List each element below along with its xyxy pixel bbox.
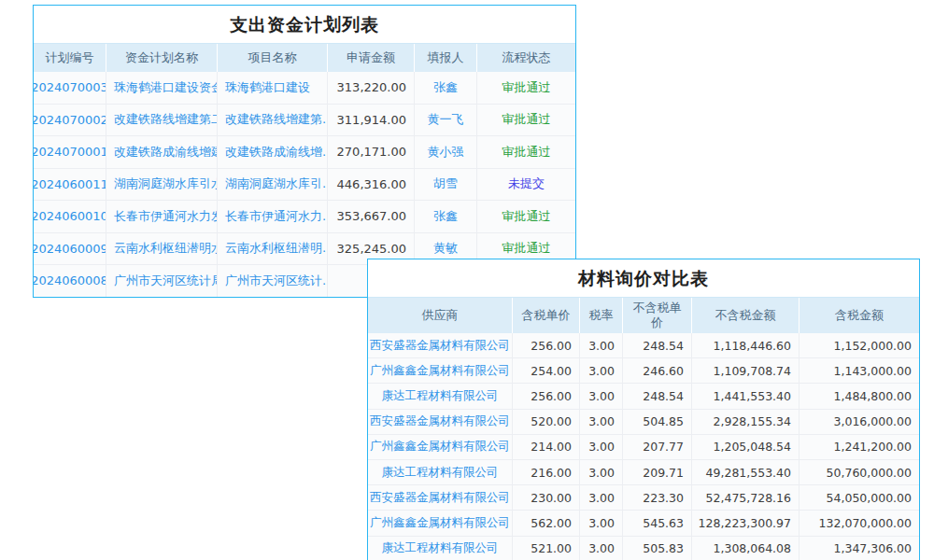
plan-id-cell[interactable]: 2024060011: [34, 169, 106, 201]
unit-price-no-tax-cell: 246.60: [623, 358, 692, 383]
supplier-cell[interactable]: 西安盛器金属材料有限公司: [368, 410, 513, 434]
table-row: 2024070002改建铁路线增建第二...改建铁路线增建第...311,914…: [34, 105, 575, 137]
column-header-label: 流程状态: [502, 50, 551, 65]
table-row: 康达工程材料有限公司256.003.00248.541,441,553.401,…: [368, 384, 919, 409]
unit-price-no-tax-cell: 504.85: [623, 410, 692, 434]
unit-price-with-tax-cell: 562.00: [513, 511, 580, 535]
plan-id-cell[interactable]: 2024070001: [34, 136, 106, 168]
column-header-label: 含税单价: [522, 308, 571, 323]
unit-price-no-tax-cell: 223.30: [623, 485, 692, 510]
supplier-cell[interactable]: 西安盛器金属材料有限公司: [368, 485, 513, 510]
plan-name-cell[interactable]: 广州市天河区统计局...: [106, 265, 218, 297]
column-header-unit_price_no_tax: 不含税单价: [623, 298, 692, 333]
column-header-supplier: 供应商: [368, 298, 513, 333]
plan-id-cell[interactable]: 2024060010: [34, 201, 106, 232]
column-header-label: 税率: [589, 308, 614, 323]
amount-with-tax-cell: 1,241,200.00: [800, 435, 919, 459]
supplier-cell[interactable]: 西安盛器金属材料有限公司: [368, 333, 513, 357]
tax-rate-cell: 3.00: [580, 358, 623, 383]
plan-id-cell[interactable]: 2024070002: [34, 105, 106, 136]
plan-name-cell[interactable]: 改建铁路线增建第二...: [106, 105, 218, 136]
amount-with-tax-cell: 3,016,000.00: [800, 410, 919, 434]
tax-rate-cell: 3.00: [580, 384, 623, 408]
amount-no-tax-cell: 1,109,708.74: [692, 358, 800, 383]
column-header-label: 供应商: [422, 308, 459, 323]
amount-with-tax-cell: 50,760,000.00: [800, 460, 919, 484]
unit-price-with-tax-cell: 230.00: [513, 485, 580, 510]
unit-price-with-tax-cell: 254.00: [513, 358, 580, 383]
material-quote-table-header-row: 供应商含税单价税率不含税单价不含税金额含税金额: [368, 298, 919, 333]
table-row: 康达工程材料有限公司521.003.00505.831,308,064.081,…: [368, 537, 919, 560]
table-row: 2024060010长春市伊通河水力发...长春市伊通河水力...353,667…: [34, 201, 575, 233]
reporter-cell[interactable]: 黄小强: [415, 136, 477, 168]
amount-with-tax-cell: 1,152,000.00: [800, 333, 919, 357]
tax-rate-cell: 3.00: [580, 333, 623, 357]
table-row: 西安盛器金属材料有限公司256.003.00248.541,118,446.60…: [368, 333, 919, 358]
column-header-label: 含税金额: [835, 308, 884, 323]
column-header-project: 项目名称: [218, 44, 328, 72]
supplier-cell[interactable]: 广州鑫鑫金属材料有限公司: [368, 358, 513, 383]
supplier-cell[interactable]: 广州鑫鑫金属材料有限公司: [368, 511, 513, 535]
supplier-cell[interactable]: 广州鑫鑫金属材料有限公司: [368, 435, 513, 459]
supplier-cell[interactable]: 康达工程材料有限公司: [368, 460, 513, 484]
plan-name-cell[interactable]: 云南水利枢纽潜明水...: [106, 233, 218, 265]
project-name-cell[interactable]: 珠海鹤港口建设: [218, 72, 328, 104]
column-header-amount_tax: 含税金额: [800, 298, 919, 333]
unit-price-no-tax-cell: 209.71: [623, 460, 692, 484]
column-header-tax_rate: 税率: [580, 298, 623, 333]
unit-price-no-tax-cell: 505.83: [623, 537, 692, 560]
amount-no-tax-cell: 1,308,064.08: [692, 537, 800, 560]
table-row: 康达工程材料有限公司216.003.00209.7149,281,553.405…: [368, 460, 919, 485]
amount-cell: 446,316.00: [328, 169, 415, 201]
supplier-cell[interactable]: 康达工程材料有限公司: [368, 537, 513, 560]
table-row: 2024070001改建铁路成渝线增建...改建铁路成渝线增...270,171…: [34, 136, 575, 169]
plan-id-cell[interactable]: 2024070003: [34, 72, 106, 104]
unit-price-no-tax-cell: 248.54: [623, 384, 692, 408]
plan-name-cell[interactable]: 珠海鹤港口建设资金...: [106, 72, 218, 104]
amount-with-tax-cell: 1,347,306.00: [800, 537, 919, 560]
amount-no-tax-cell: 2,928,155.34: [692, 410, 800, 434]
amount-no-tax-cell: 49,281,553.40: [692, 460, 800, 484]
table-row: 2024060011湖南洞庭湖水库引水...湖南洞庭湖水库引...446,316…: [34, 169, 575, 202]
column-header-label: 申请金额: [347, 50, 395, 65]
plan-name-cell[interactable]: 改建铁路成渝线增建...: [106, 136, 218, 168]
material-quote-table-body: 西安盛器金属材料有限公司256.003.00248.541,118,446.60…: [368, 333, 919, 560]
supplier-cell[interactable]: 康达工程材料有限公司: [368, 384, 513, 408]
status-cell: 审批通过: [477, 105, 575, 136]
tax-rate-cell: 3.00: [580, 435, 623, 459]
plan-name-cell[interactable]: 长春市伊通河水力发...: [106, 201, 218, 232]
amount-cell: 353,667.00: [328, 201, 415, 232]
tax-rate-cell: 3.00: [580, 485, 623, 510]
column-header-label: 项目名称: [248, 50, 297, 65]
project-name-cell[interactable]: 长春市伊通河水力...: [218, 201, 328, 232]
status-cell: 审批通过: [477, 201, 575, 232]
column-header-id: 计划编号: [34, 44, 106, 72]
expenditure-plan-table: 支出资金计划列表 计划编号资金计划名称项目名称申请金额填报人流程状态 20240…: [33, 5, 576, 298]
tax-rate-cell: 3.00: [580, 460, 623, 484]
table-row: 广州鑫鑫金属材料有限公司214.003.00207.771,205,048.54…: [368, 435, 919, 460]
column-header-label: 填报人: [428, 50, 464, 65]
project-name-cell[interactable]: 湖南洞庭湖水库引...: [218, 169, 328, 201]
amount-no-tax-cell: 128,223,300.97: [692, 511, 800, 535]
plan-id-cell[interactable]: 2024060008: [34, 265, 106, 297]
column-header-label: 资金计划名称: [125, 50, 198, 65]
reporter-cell[interactable]: 黄一飞: [415, 105, 477, 136]
status-cell: 未提交: [477, 169, 575, 201]
column-header-amount: 申请金额: [328, 44, 415, 72]
table-row: 西安盛器金属材料有限公司520.003.00504.852,928,155.34…: [368, 410, 919, 435]
reporter-cell[interactable]: 张鑫: [415, 72, 477, 104]
column-header-label: 计划编号: [46, 50, 94, 65]
unit-price-with-tax-cell: 256.00: [513, 333, 580, 357]
amount-no-tax-cell: 52,475,728.16: [692, 485, 800, 510]
reporter-cell[interactable]: 张鑫: [415, 201, 477, 232]
project-name-cell[interactable]: 广州市天河区统计...: [218, 265, 328, 297]
project-name-cell[interactable]: 云南水利枢纽潜明...: [218, 233, 328, 265]
plan-id-cell[interactable]: 2024060009: [34, 233, 106, 265]
project-name-cell[interactable]: 改建铁路线增建第...: [218, 105, 328, 136]
reporter-cell[interactable]: 胡雪: [415, 169, 477, 201]
column-header-status: 流程状态: [477, 44, 575, 72]
material-quote-table: 材料询价对比表 供应商含税单价税率不含税单价不含税金额含税金额 西安盛器金属材料…: [367, 259, 920, 560]
plan-name-cell[interactable]: 湖南洞庭湖水库引水...: [106, 169, 218, 201]
project-name-cell[interactable]: 改建铁路成渝线增...: [218, 136, 328, 168]
expenditure-plan-table-header-row: 计划编号资金计划名称项目名称申请金额填报人流程状态: [34, 44, 575, 72]
